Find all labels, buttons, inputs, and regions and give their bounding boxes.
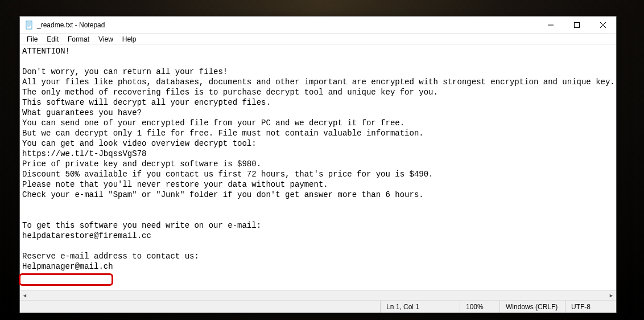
text-editor[interactable]: ATTENTION! Don't worry, you can return a… [20, 45, 616, 290]
status-position: Ln 1, Col 1 [380, 301, 460, 313]
status-line-ending: Windows (CRLF) [499, 301, 565, 313]
svg-rect-6 [575, 23, 580, 28]
scroll-left-icon[interactable]: ◄ [20, 291, 30, 301]
notepad-window: _readme.txt - Notepad File Edit Format V… [19, 16, 617, 313]
close-button[interactable] [590, 17, 616, 34]
menu-edit[interactable]: Edit [42, 34, 63, 44]
maximize-icon [574, 22, 580, 28]
status-zoom: 100% [460, 301, 499, 313]
statusbar: Ln 1, Col 1 100% Windows (CRLF) UTF-8 [20, 300, 616, 313]
horizontal-scrollbar[interactable]: ◄ ► [20, 290, 616, 300]
maximize-button[interactable] [564, 17, 590, 34]
menu-help[interactable]: Help [118, 34, 141, 44]
menu-file[interactable]: File [22, 34, 42, 44]
minimize-icon [548, 22, 554, 28]
menu-view[interactable]: View [94, 34, 118, 44]
close-icon [600, 22, 606, 28]
notepad-icon [24, 20, 34, 30]
menubar: File Edit Format View Help [20, 34, 616, 45]
window-controls [538, 17, 616, 33]
menu-format[interactable]: Format [63, 34, 94, 44]
window-title: _readme.txt - Notepad [37, 21, 538, 29]
titlebar[interactable]: _readme.txt - Notepad [20, 17, 616, 34]
status-spacer [20, 301, 380, 313]
minimize-button[interactable] [538, 17, 564, 34]
status-encoding: UTF-8 [565, 301, 616, 313]
scroll-right-icon[interactable]: ► [606, 291, 616, 301]
